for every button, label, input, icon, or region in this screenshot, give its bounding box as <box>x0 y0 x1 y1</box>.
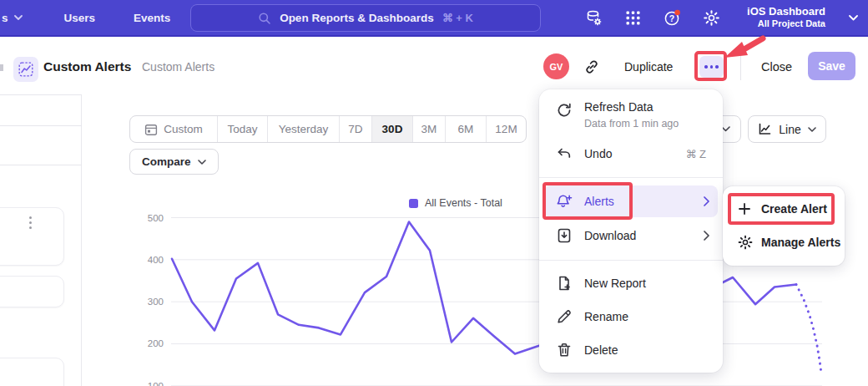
chevron-down-icon <box>14 15 23 20</box>
duplicate-button[interactable]: Duplicate <box>624 60 673 74</box>
range-yesterday[interactable]: Yesterday <box>267 116 339 142</box>
range-label: Today <box>227 123 257 135</box>
compare-label: Compare <box>142 155 191 168</box>
compare-button[interactable]: Compare <box>129 149 219 175</box>
line-chart-icon <box>758 122 772 136</box>
menu-label: Undo <box>584 147 612 160</box>
chevron-down-icon <box>849 15 858 21</box>
nav-cut-label: s <box>2 12 8 24</box>
notification-dot <box>674 9 680 15</box>
range-label: Custom <box>164 123 203 135</box>
more-options-menu: Refresh Data Data from 1 min ago Undo ⌘ … <box>539 89 723 373</box>
range-6m[interactable]: 6M <box>445 116 486 142</box>
new-report-icon <box>556 275 573 292</box>
top-nav: s Users Events Open Reports & Dashboards… <box>0 0 868 37</box>
range-label: 30D <box>382 123 403 135</box>
trash-icon <box>556 342 573 358</box>
annotation-arrow <box>721 35 768 60</box>
menu-item-download[interactable]: Download <box>539 220 723 251</box>
y-tick-label: 500 <box>148 213 164 223</box>
nav-item-boards-cut[interactable]: s <box>2 12 23 24</box>
chevron-down-icon <box>808 127 816 132</box>
range-12m[interactable]: 12M <box>486 116 526 142</box>
annotation-box-alerts <box>542 182 633 220</box>
menu-label: Delete <box>584 343 618 357</box>
project-scope: All Project Data <box>747 18 825 30</box>
help-glyph: ? <box>669 13 674 23</box>
undo-icon <box>556 145 573 162</box>
project-selector[interactable]: iOS Dashboard All Project Data <box>747 5 825 30</box>
kebab-menu-icon[interactable] <box>29 216 32 229</box>
menu-item-rename[interactable]: Rename <box>539 301 723 333</box>
calendar-icon <box>144 123 158 136</box>
report-chart-icon <box>13 57 38 82</box>
menu-label: Rename <box>584 310 628 323</box>
legend-swatch <box>409 199 418 208</box>
nav-item-events[interactable]: Events <box>134 12 170 24</box>
range-label: 3M <box>421 123 437 135</box>
menu-item-new-report[interactable]: New Report <box>539 267 723 299</box>
y-tick-label: 300 <box>148 297 164 307</box>
apps-grid-icon[interactable] <box>624 9 642 27</box>
menu-label: Refresh Data <box>584 100 653 114</box>
download-icon <box>556 227 573 244</box>
pencil-icon <box>556 308 573 325</box>
save-button[interactable]: Save <box>808 52 855 80</box>
y-tick-label: 400 <box>148 255 164 265</box>
chevron-down-icon <box>198 160 206 165</box>
close-button[interactable]: Close <box>761 60 792 74</box>
avatar[interactable]: GV <box>543 53 569 79</box>
search-placeholder: Open Reports & Dashboards <box>280 12 434 24</box>
refresh-subtitle: Data from 1 min ago <box>584 118 679 130</box>
y-tick-label: 200 <box>148 338 164 348</box>
help-icon[interactable]: ? <box>664 9 681 27</box>
range-label: 12M <box>495 123 517 135</box>
rail-card[interactable] <box>0 358 64 386</box>
gear-icon <box>738 235 753 250</box>
menu-divider <box>539 177 723 178</box>
menu-divider <box>539 260 723 261</box>
rail-card[interactable] <box>0 207 64 266</box>
submenu-item-manage-alerts[interactable]: Manage Alerts <box>723 226 845 258</box>
range-custom[interactable]: Custom <box>130 116 217 142</box>
refresh-icon <box>556 102 573 119</box>
project-name: iOS Dashboard <box>747 5 825 18</box>
series-line-right <box>716 277 796 304</box>
settings-icon[interactable] <box>703 9 720 27</box>
page-title: Custom Alerts <box>43 59 131 74</box>
range-7d[interactable]: 7D <box>339 116 371 142</box>
chevron-right-icon <box>704 196 709 206</box>
search-icon <box>258 12 271 25</box>
undo-shortcut: ⌘ Z <box>685 148 706 160</box>
search-input[interactable]: Open Reports & Dashboards ⌘ + K <box>190 4 541 32</box>
series-line-dotted-incomplete <box>796 285 821 373</box>
rail-card[interactable] <box>0 276 64 307</box>
menu-label: New Report <box>584 277 646 290</box>
menu-item-delete[interactable]: Delete <box>539 334 723 366</box>
breadcrumb: Custom Alerts <box>142 60 214 74</box>
menu-item-undo[interactable]: Undo ⌘ Z <box>539 138 723 170</box>
range-3m[interactable]: 3M <box>412 116 445 142</box>
chart-type-button[interactable]: Line <box>748 115 826 143</box>
data-settings-icon[interactable] <box>585 9 603 27</box>
range-30d-selected[interactable]: 30D <box>371 116 412 142</box>
range-label: 6M <box>458 123 474 135</box>
search-shortcut: ⌘ + K <box>442 12 473 24</box>
submenu-label: Manage Alerts <box>761 236 840 249</box>
annotation-box-create-alert <box>728 193 835 225</box>
date-range-segmented-control: Custom Today Yesterday 7D 30D 3M 6M 12M <box>129 115 527 143</box>
range-today[interactable]: Today <box>217 116 267 142</box>
nav-item-users[interactable]: Users <box>64 12 96 24</box>
legend-label: All Events - Total <box>425 197 502 209</box>
chart-legend[interactable]: All Events - Total <box>409 197 502 209</box>
share-link-icon[interactable] <box>583 58 600 75</box>
collapse-edge-tick <box>0 64 3 71</box>
y-tick-label: 100 <box>148 381 164 386</box>
series-line-left <box>172 222 551 354</box>
menu-item-refresh-data[interactable]: Refresh Data Data from 1 min ago <box>539 96 723 133</box>
range-label: 7D <box>348 123 362 135</box>
app-window: 500400300200100 s Users Events Open Repo… <box>0 0 868 386</box>
range-label: Yesterday <box>279 123 329 135</box>
chart-type-label: Line <box>779 123 800 136</box>
left-rail <box>0 94 82 386</box>
